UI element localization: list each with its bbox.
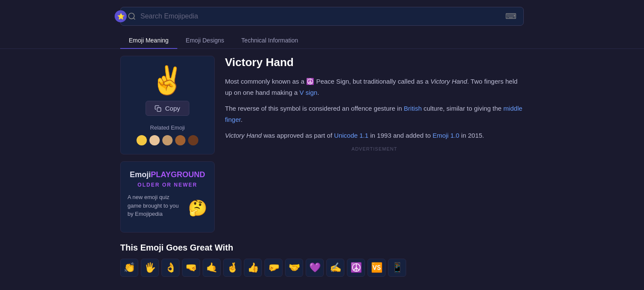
- right-panel: Victory Hand Most commonly known as a ☮️…: [225, 49, 524, 233]
- british-link[interactable]: British: [404, 105, 422, 112]
- search-input[interactable]: [140, 12, 505, 20]
- skin-tone-dark[interactable]: [188, 135, 198, 145]
- search-wrapper: ⭐ ⌨: [0, 0, 644, 33]
- search-bar: ⭐ ⌨: [120, 7, 524, 26]
- left-panel: ✌️ Copy Related Emoji EmojiPLAYGROUND OL…: [120, 49, 215, 233]
- svg-rect-2: [157, 108, 161, 112]
- main-emoji: ✌️: [150, 66, 185, 94]
- skin-tone-medium-light[interactable]: [162, 135, 173, 145]
- skin-tone-selector: [137, 135, 198, 145]
- unicode-link[interactable]: Unicode 1.1: [334, 132, 368, 139]
- goes-great-emoji-item[interactable]: ✍️: [326, 259, 344, 277]
- keyboard-icon: ⌨: [505, 12, 516, 21]
- emoji-1-link[interactable]: Emoji 1.0: [432, 132, 459, 139]
- goes-great-emoji-item[interactable]: 🤙: [203, 259, 221, 277]
- advertisement-label: ADVERTISEMENT: [225, 146, 524, 151]
- goes-great-emoji-item[interactable]: 👏: [120, 259, 138, 277]
- copy-icon: [155, 105, 161, 112]
- goes-great-emoji-item[interactable]: 🤜: [182, 259, 200, 277]
- page-title: Victory Hand: [225, 56, 524, 69]
- tabs-wrapper: Emoji Meaning Emoji Designs Technical In…: [0, 33, 644, 49]
- search-icon: [128, 12, 136, 21]
- tab-emoji-meaning[interactable]: Emoji Meaning: [120, 33, 177, 49]
- goes-great-emoji-item[interactable]: 👌: [161, 259, 179, 277]
- main-content: ✌️ Copy Related Emoji EmojiPLAYGROUND OL…: [0, 49, 644, 233]
- goes-great-emoji-item[interactable]: 👍: [244, 259, 262, 277]
- goes-great-emoji-item[interactable]: 🤞: [223, 259, 241, 277]
- goes-great-emoji-item[interactable]: 🤛: [264, 259, 283, 277]
- tab-technical-information[interactable]: Technical Information: [233, 33, 307, 49]
- copy-button[interactable]: Copy: [146, 101, 189, 116]
- goes-great-title: This Emoji Goes Great With: [120, 243, 524, 253]
- tab-emoji-designs[interactable]: Emoji Designs: [177, 33, 233, 49]
- skin-tone-yellow[interactable]: [137, 135, 147, 145]
- emoji-card: ✌️ Copy Related Emoji: [120, 56, 215, 154]
- playground-game-emoji: 🤔: [188, 199, 207, 217]
- playground-card[interactable]: EmojiPLAYGROUND OLDER OR NEWER A new emo…: [120, 161, 215, 233]
- related-emoji-label: Related Emoji: [128, 124, 207, 131]
- goes-great-section: This Emoji Goes Great With 👏🖐️👌🤜🤙🤞👍🤛🤝💜✍️…: [0, 243, 644, 277]
- description-paragraph-3: Victory Hand was approved as part of Uni…: [225, 130, 524, 141]
- goes-great-emoji-item[interactable]: 🖐️: [141, 259, 159, 277]
- goes-great-emoji-item[interactable]: ☮️: [347, 259, 365, 277]
- goes-great-emoji-item[interactable]: 🆚: [368, 259, 386, 277]
- goes-great-emoji-item[interactable]: 💜: [306, 259, 324, 277]
- goes-great-emoji-item[interactable]: 📱: [388, 259, 406, 277]
- playground-description: A new emoji quiz game brought to you by …: [128, 193, 183, 218]
- skin-tone-light[interactable]: [149, 135, 160, 145]
- v-sign-link[interactable]: V sign: [299, 89, 317, 96]
- description-paragraph-1: Most commonly known as a ☮️ Peace Sign, …: [225, 76, 524, 98]
- star-badge: ⭐: [115, 10, 127, 22]
- playground-title: EmojiPLAYGROUND: [128, 170, 207, 179]
- playground-subtitle: OLDER OR NEWER: [128, 182, 207, 188]
- skin-tone-medium[interactable]: [175, 135, 185, 145]
- goes-great-emoji-grid: 👏🖐️👌🤜🤙🤞👍🤛🤝💜✍️☮️🆚📱: [120, 259, 524, 277]
- svg-line-1: [134, 18, 135, 20]
- description-paragraph-2: The reverse of this symbol is considered…: [225, 103, 524, 125]
- svg-point-0: [129, 13, 134, 19]
- goes-great-emoji-item[interactable]: 🤝: [285, 259, 303, 277]
